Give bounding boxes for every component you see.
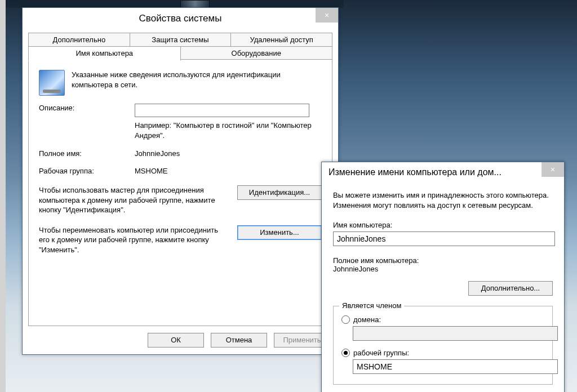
tab-strip: Дополнительно Защита системы Удаленный д… [28,33,332,62]
computer-name-input[interactable] [333,231,555,246]
cancel-button[interactable]: Отмена [211,333,267,348]
tab-remote[interactable]: Удаленный доступ [231,33,332,47]
tab-hardware[interactable]: Оборудование [181,46,333,60]
description-label: Описание: [39,104,135,112]
description-hint: Например: "Компьютер в гостиной" или "Ко… [135,121,322,140]
change-button[interactable]: Изменить... [237,225,322,240]
system-properties-client: Дополнительно Защита системы Удаленный д… [28,33,332,326]
close-icon[interactable]: × [542,162,564,177]
rename-dialog-body: Вы можете изменить имя и принадлежность … [322,182,564,390]
ok-button[interactable]: ОК [148,333,204,348]
fullname-value: JohnnieJones [135,149,322,158]
workgroup-input[interactable] [353,359,558,374]
close-icon[interactable]: × [316,8,338,23]
workgroup-radio-label: рабочей группы: [353,349,409,357]
fullname-label: Полное имя: [39,149,135,158]
dialog-button-row: ОК Отмена Применить [148,333,330,348]
background-window-hint [6,0,344,8]
domain-radio[interactable] [341,315,350,324]
system-properties-titlebar[interactable]: Свойства системы × [23,8,338,29]
intro-text: Указанные ниже сведения используются для… [72,70,322,96]
wizard-text: Чтобы использовать мастер для присоедине… [39,185,227,215]
member-of-legend: Является членом [339,301,404,310]
system-properties-title: Свойства системы [139,13,222,24]
tab-advanced[interactable]: Дополнительно [28,33,130,47]
member-of-group: Является членом домена: рабочей группы: [333,306,553,385]
workgroup-radio[interactable] [341,349,350,357]
rename-dialog-description: Вы можете изменить имя и принадлежность … [333,190,553,211]
rename-computer-dialog: Изменение имени компьютера или дом... × … [321,162,565,392]
workgroup-label: Рабочая группа: [39,167,135,175]
full-computer-name-label: Полное имя компьютера: [333,256,553,265]
description-input[interactable] [135,104,309,117]
network-id-button[interactable]: Идентификация... [237,185,322,200]
rename-dialog-title: Изменение имени компьютера или дом... [329,167,501,177]
computer-name-panel: Указанные ниже сведения используются для… [28,59,332,326]
rename-dialog-titlebar[interactable]: Изменение имени компьютера или дом... × [322,162,564,182]
domain-radio-label: домена: [353,315,381,324]
rename-text: Чтобы переименовать компьютер или присое… [39,225,227,255]
tab-system-protection[interactable]: Защита системы [130,33,232,47]
workgroup-value: MSHOME [135,167,322,175]
computer-icon [39,70,65,96]
tab-computer-name[interactable]: Имя компьютера [28,46,181,61]
computer-name-label: Имя компьютера: [333,221,553,229]
domain-input[interactable] [353,326,558,341]
background-thumbnail [180,0,210,8]
system-properties-window: Свойства системы × Дополнительно Защита … [22,7,339,355]
more-button[interactable]: Дополнительно... [468,281,553,296]
screen-left-edge [0,0,6,392]
full-computer-name-value: JohnnieJones [333,265,553,273]
